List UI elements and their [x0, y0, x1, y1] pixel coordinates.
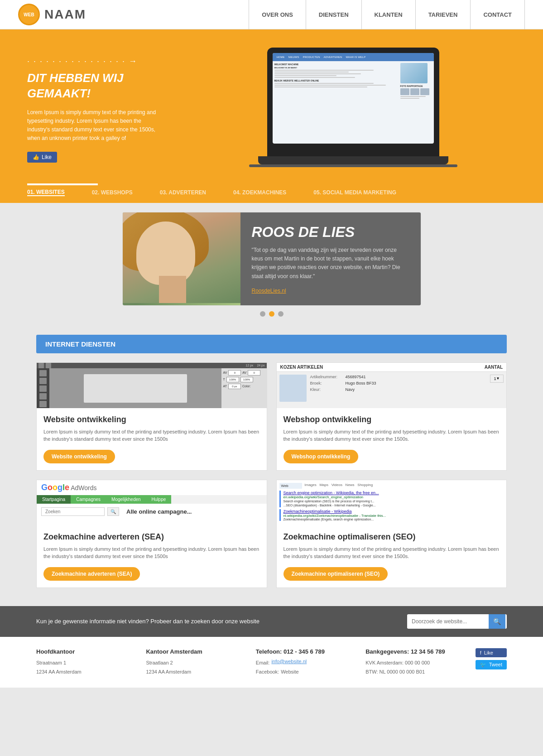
hero-text: Lorem Ipsum is simply dummy text of the …	[27, 108, 163, 143]
hero-laptop: HOMENIEUWSPRODUCTENADVERTERENWAAR IS WEL…	[190, 43, 516, 167]
footer-col1-line1: Straatnaam 1	[36, 659, 137, 668]
main-nav: OVER ONS DIENSTEN KLANTEN TARIEVEN CONTA…	[249, 0, 525, 29]
testimonial-link[interactable]: RoosdeLies.nl	[252, 288, 409, 294]
footer-search-button[interactable]: 🔍	[489, 614, 505, 629]
dot-2[interactable]	[269, 311, 274, 317]
footer-facebook-value: Website	[281, 668, 299, 677]
diensten-header: INTERNET DIENSTEN	[36, 335, 507, 353]
adwords-tab-campagnes[interactable]: Campagnes	[71, 495, 106, 504]
header: WEB NAAM OVER ONS DIENSTEN KLANTEN TARIE…	[0, 0, 543, 29]
testimonial-name: ROOS DE LIES	[252, 224, 409, 241]
webshop-product-img	[279, 375, 307, 402]
footer-col4-btw: BTW: NL 0000 00 000 B01	[365, 668, 466, 677]
adwords-search: 🔍 Alle online campagne...	[37, 504, 267, 520]
hero-nav-item-zoekmachines[interactable]: 04. ZOEKMACHINES	[233, 189, 286, 196]
hero-nav-item-adverteren[interactable]: 03. ADVERTEREN	[160, 189, 206, 196]
google-logo: Google AdWords	[37, 480, 267, 495]
dot-1[interactable]	[260, 311, 265, 317]
nav-item-diensten[interactable]: DIENSTEN	[306, 0, 362, 29]
logo-text: NAAM	[44, 7, 86, 22]
footer-col2-title: Kantoor Amsterdam	[146, 648, 246, 655]
footer-col-contact: Telefoon: 012 - 345 6 789 Email: info@we…	[256, 648, 356, 677]
footer-main: Hoofdkantoor Straatnaam 1 1234 AA Amster…	[0, 637, 543, 688]
adwords-tabs: Startpagina Campagnes Mogelijkheden Hulp…	[37, 495, 267, 504]
footer-social: f Like 🐦 Tweet	[476, 648, 507, 677]
card-seo: Web Images Maps Videos News Shopping Sea…	[276, 480, 507, 588]
laptop-screen: HOMENIEUWSPRODUCTENADVERTERENWAAR IS WEL…	[273, 53, 434, 144]
card-sea-btn[interactable]: Zoekmachine adverteren (SEA)	[43, 567, 140, 581]
card-sea-desc: Lorem Ipsum is simply dummy text of the …	[43, 545, 260, 560]
adwords-tab-hulp[interactable]: Hulppe	[146, 495, 172, 504]
testimonial-card: ROOS DE LIES "Tot op de dag van vanddag …	[122, 212, 421, 306]
card-webshop-image: KOZEN ARTIKELEN AANTAL Artikelnummer: 45…	[277, 363, 507, 408]
card-webshop: KOZEN ARTIKELEN AANTAL Artikelnummer: 45…	[276, 362, 507, 471]
card-website-btn[interactable]: Website ontwikkeling	[43, 450, 115, 463]
footer-col-hoofdkantoor: Hoofdkantoor Straatnaam 1 1234 AA Amster…	[36, 648, 137, 677]
twitter-tweet-button[interactable]: 🐦 Tweet	[476, 660, 507, 669]
thumbs-up-icon: 👍	[33, 154, 39, 160]
card-website-image: 12 px 24 px	[37, 363, 267, 408]
card-webshop-body: Webshop ontwikkeling Lorem Ipsum is simp…	[277, 408, 507, 470]
twitter-icon: 🐦	[480, 662, 486, 668]
logo: WEB NAAM	[18, 4, 86, 25]
card-website-body: Website ontwikkeling Lorem Ipsum is simp…	[37, 408, 267, 470]
footer-col1-line2: 1234 AA Amsterdam	[36, 668, 137, 677]
footer-search-wrap: 🔍	[407, 614, 507, 629]
testimonial-quote: "Tot op de dag van vanddag zijn wij zeer…	[252, 246, 409, 281]
hero-title: Dit hebben wij gemaakt!	[27, 71, 163, 101]
card-seo-title: Zoekmachine optimaliseren (SEO)	[284, 532, 500, 542]
footer-col2-line2: 1234 AA Amsterdam	[146, 668, 246, 677]
card-sea-body: Zoekmachine adverteren (SEA) Lorem Ipsum…	[37, 525, 267, 587]
nav-item-klanten[interactable]: KLANTEN	[362, 0, 416, 29]
nav-item-contact[interactable]: CONTACT	[471, 0, 525, 29]
footer-facebook-label: Facebook:	[256, 668, 279, 677]
like-button[interactable]: 👍 Like	[27, 152, 57, 163]
hero-nav-item-social[interactable]: 05. SOCIAL MEDIA MARKETING	[313, 189, 396, 196]
card-seo-btn[interactable]: Zoekmachine optimaliseren (SEO)	[284, 567, 388, 581]
adwords-tab-start[interactable]: Startpagina	[37, 495, 71, 504]
card-webshop-title: Webshop ontwikkeling	[284, 415, 500, 424]
adwords-search-input[interactable]	[41, 507, 105, 516]
card-sea-image: Google AdWords Startpagina Campagnes Mog…	[37, 480, 267, 525]
footer-col3-title: Telefoon: 012 - 345 6 789	[256, 648, 356, 655]
hero-nav-item-websites[interactable]: 01. WEBSITES	[27, 189, 65, 196]
footer-email-label: Email:	[256, 659, 270, 668]
progress-bar	[27, 183, 145, 185]
footer-search-input[interactable]	[407, 615, 489, 628]
footer-col4-title: Bankgegevens: 12 34 56 789	[365, 648, 466, 655]
dot-3[interactable]	[278, 311, 284, 317]
footer-col1-title: Hoofdkantoor	[36, 648, 137, 655]
card-webshop-desc: Lorem Ipsum is simply dummy text of the …	[284, 428, 500, 443]
footer-col2-line1: Straatlaan 2	[146, 659, 246, 668]
footer-search-text: Kun je de gewenste informatie niet vinde…	[36, 618, 398, 625]
card-website: 12 px 24 px	[36, 362, 267, 471]
hero-nav-item-webshops[interactable]: 02. WEBSHOPS	[92, 189, 133, 196]
nav-item-tarieven[interactable]: TARIEVEN	[416, 0, 471, 29]
card-website-title: Website ontwikkeling	[43, 415, 260, 424]
adwords-search-btn[interactable]: 🔍	[107, 507, 119, 516]
card-seo-body: Zoekmachine optimaliseren (SEO) Lorem Ip…	[277, 525, 507, 587]
facebook-like-button[interactable]: f Like	[476, 648, 507, 657]
card-seo-desc: Lorem Ipsum is simply dummy text of the …	[284, 545, 500, 560]
laptop-mockup: HOMENIEUWSPRODUCTENADVERTERENWAAR IS WEL…	[267, 48, 439, 156]
webshop-qty[interactable]: 1 ▼	[490, 375, 504, 383]
footer-search-bar: Kun je de gewenste informatie niet vinde…	[0, 606, 543, 637]
diensten-grid: 12 px 24 px	[36, 362, 507, 588]
card-website-desc: Lorem Ipsum is simply dummy text of the …	[43, 428, 260, 443]
card-sea-title: Zoekmachine adverteren (SEA)	[43, 532, 260, 542]
card-sea: Google AdWords Startpagina Campagnes Mog…	[36, 480, 267, 588]
footer-email-link[interactable]: info@website.nl	[271, 659, 307, 668]
hero-nav: 01. WEBSITES 02. WEBSHOPS 03. ADVERTEREN…	[0, 179, 543, 203]
hero-dots: · · · · · · · · · · · · · · · · →	[27, 57, 163, 66]
testimonial-content: ROOS DE LIES "Tot op de dag van vanddag …	[240, 212, 421, 305]
logo-icon: WEB	[18, 4, 40, 25]
testimonial-dots	[36, 311, 507, 317]
hero-section: · · · · · · · · · · · · · · · · → Dit he…	[0, 29, 543, 179]
testimonial-image	[123, 212, 240, 305]
nav-item-over-ons[interactable]: OVER ONS	[249, 0, 306, 29]
card-seo-image: Web Images Maps Videos News Shopping Sea…	[277, 480, 507, 525]
webshop-info: Artikelnummer: 456897541 Broek: Hugo Bos…	[310, 375, 487, 405]
adwords-tab-mog[interactable]: Mogelijkheden	[106, 495, 146, 504]
card-webshop-btn[interactable]: Webshop ontwikkeling	[284, 450, 359, 463]
hero-content: · · · · · · · · · · · · · · · · → Dit he…	[27, 43, 163, 163]
